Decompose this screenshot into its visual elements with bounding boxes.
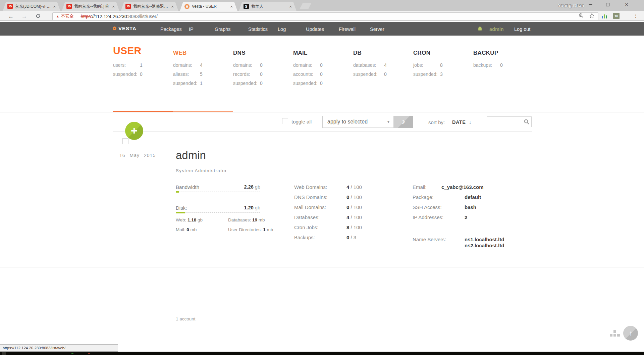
account-row-checkbox[interactable] bbox=[122, 138, 128, 144]
reload-button[interactable] bbox=[36, 13, 41, 20]
tab-title: Vesta - USER bbox=[192, 4, 228, 9]
nav-item-firewall[interactable]: Firewall bbox=[339, 27, 356, 32]
nav-item-statistics[interactable]: Statistics bbox=[248, 27, 268, 32]
browser-tabstrip: JD 京东(JD.COM)-正品低价 × JD 我的京东--我的订单 × JD … bbox=[0, 0, 644, 11]
nav-item-server[interactable]: Server bbox=[370, 27, 384, 32]
quota-label: Backups: bbox=[294, 235, 315, 240]
nav-item-packages[interactable]: Packages bbox=[160, 27, 182, 32]
active-tab-underline-user bbox=[113, 111, 173, 112]
security-warning-label[interactable]: 不安全 bbox=[61, 13, 74, 19]
address-bar[interactable]: ▲ 不安全 https://112.124.26.230:8083/list/u… bbox=[52, 12, 598, 20]
add-user-button[interactable]: + bbox=[125, 122, 143, 140]
disk-web-usage: Web: 1.18 gb bbox=[176, 217, 203, 222]
account-username-link[interactable]: admin bbox=[176, 149, 206, 162]
toggle-all-label[interactable]: toggle all bbox=[291, 119, 312, 124]
sort-field-date[interactable]: DATE bbox=[452, 119, 466, 125]
package-label: Package: bbox=[413, 194, 434, 200]
disk-databases-usage: Databases: 19 mb bbox=[228, 217, 265, 222]
zoom-page-icon[interactable] bbox=[579, 13, 584, 19]
window-minimize-button[interactable] bbox=[583, 0, 598, 9]
browser-tab-vesta[interactable]: Vesta - USER × bbox=[180, 2, 237, 11]
apply-to-selected-select[interactable]: apply to selected ▾ bbox=[322, 116, 394, 128]
stat-label: domains: bbox=[233, 62, 260, 68]
stat-label: suspended: bbox=[233, 81, 260, 86]
browser-tab-shepherd[interactable]: S 牧羊人 × bbox=[239, 2, 297, 11]
tab-close-icon[interactable]: × bbox=[171, 4, 174, 9]
notifications-bell-icon[interactable] bbox=[478, 26, 482, 33]
stat-value: 0 bbox=[320, 81, 323, 86]
stat-value: 3 bbox=[440, 71, 443, 77]
stat-label: aliases: bbox=[173, 71, 200, 77]
browser-tab-jd-orders[interactable]: JD 我的京东--我的订单 × bbox=[62, 2, 119, 11]
sort-by-label: sort by: bbox=[428, 119, 445, 125]
disk-meter-fill bbox=[176, 212, 185, 213]
tab-close-icon[interactable]: × bbox=[112, 4, 115, 9]
extension-stats-icon[interactable] bbox=[602, 13, 607, 20]
email-label: Email: bbox=[413, 184, 427, 190]
browser-tab-jd-home[interactable]: JD 京东(JD.COM)-正品低价 × bbox=[3, 2, 60, 11]
tab-title: 我的京东--返修退换货 bbox=[133, 4, 169, 9]
vesta-navbar: VESTA Packages IP Graphs Statistics Log … bbox=[0, 22, 644, 36]
divider bbox=[0, 267, 644, 267]
nav-item-graphs[interactable]: Graphs bbox=[215, 27, 231, 32]
apply-go-button[interactable]: › bbox=[394, 116, 413, 128]
search-icon[interactable] bbox=[524, 119, 530, 126]
tab-title: 我的京东--我的订单 bbox=[74, 4, 110, 9]
grid-dots-icon[interactable] bbox=[610, 330, 621, 337]
disk-userdirs-usage: User Directories: 1 mb bbox=[228, 227, 273, 232]
extension-1b-icon[interactable]: 1b bbox=[613, 13, 620, 19]
stat-title-db[interactable]: DB bbox=[353, 43, 413, 56]
jd-favicon: JD bbox=[125, 4, 131, 9]
disk-meter bbox=[176, 212, 260, 213]
browser-tab-jd-returns[interactable]: JD 我的京东--返修退换货 × bbox=[121, 2, 178, 11]
stat-title-backup[interactable]: BACKUP bbox=[473, 43, 533, 56]
nav-current-user[interactable]: admin bbox=[489, 27, 504, 32]
window-maximize-button[interactable] bbox=[600, 0, 615, 9]
logout-button[interactable]: Log out bbox=[514, 27, 530, 32]
quota-label: Databases: bbox=[294, 214, 320, 220]
screen: JD 京东(JD.COM)-正品低价 × JD 我的京东--我的订单 × JD … bbox=[0, 0, 644, 355]
stat-title-mail[interactable]: MAIL bbox=[293, 43, 353, 56]
account-role: System Administrator bbox=[176, 168, 227, 173]
minimize-icon bbox=[589, 4, 592, 5]
stat-column-cron: CRON jobs:8 suspended:3 bbox=[413, 43, 473, 81]
stat-value: 0 bbox=[500, 62, 503, 68]
stat-title-cron[interactable]: CRON bbox=[413, 43, 473, 56]
jd-favicon: JD bbox=[66, 4, 72, 9]
ssh-access-label: SSH Access: bbox=[413, 204, 442, 210]
s-favicon: S bbox=[244, 4, 249, 9]
browser-profile-name[interactable]: Young Chan bbox=[558, 3, 584, 8]
bandwidth-meter bbox=[176, 192, 260, 192]
browser-menu-icon[interactable]: ⋮ bbox=[633, 13, 638, 19]
new-tab-button[interactable] bbox=[300, 3, 311, 9]
stat-value: 0 bbox=[320, 62, 323, 68]
vesta-logo[interactable]: VESTA bbox=[113, 26, 137, 31]
stat-value: 0 bbox=[260, 71, 263, 77]
windows-taskbar[interactable] bbox=[0, 352, 644, 355]
sort-direction-icon[interactable]: ↓ bbox=[469, 119, 472, 125]
nav-item-updates[interactable]: Updates bbox=[306, 27, 324, 32]
stat-value: 0 bbox=[320, 71, 323, 77]
bookmark-star-icon[interactable] bbox=[589, 13, 595, 20]
stat-title-web[interactable]: WEB bbox=[173, 43, 233, 56]
status-bar-url: https://112.124.26.230:8083/list/web/ bbox=[0, 344, 118, 352]
nav-item-ip[interactable]: IP bbox=[189, 27, 194, 32]
nav-item-log[interactable]: Log bbox=[278, 27, 286, 32]
disk-mail-usage: Mail: 0 mb bbox=[176, 227, 197, 232]
close-icon: × bbox=[625, 2, 628, 8]
back-button[interactable]: ← bbox=[8, 13, 14, 20]
tab-close-icon[interactable]: × bbox=[289, 4, 292, 9]
forward-button[interactable]: → bbox=[21, 13, 27, 20]
window-close-button[interactable]: × bbox=[619, 0, 634, 9]
tab-close-icon[interactable]: × bbox=[230, 4, 233, 9]
name-server-2: ns2.localhost.ltd bbox=[465, 243, 504, 248]
tab-close-icon[interactable]: × bbox=[53, 4, 56, 9]
stat-title-dns[interactable]: DNS bbox=[233, 43, 293, 56]
scroll-to-top-button[interactable]: ↑ bbox=[623, 326, 638, 341]
vesta-ring-icon bbox=[113, 27, 116, 30]
email-value: c_yabc@163.com bbox=[441, 184, 484, 190]
bandwidth-meter-fill bbox=[176, 191, 179, 193]
stat-title-user[interactable]: USER bbox=[113, 43, 173, 56]
toggle-all-checkbox[interactable] bbox=[282, 118, 288, 124]
vesta-brand-label: VESTA bbox=[118, 26, 137, 31]
